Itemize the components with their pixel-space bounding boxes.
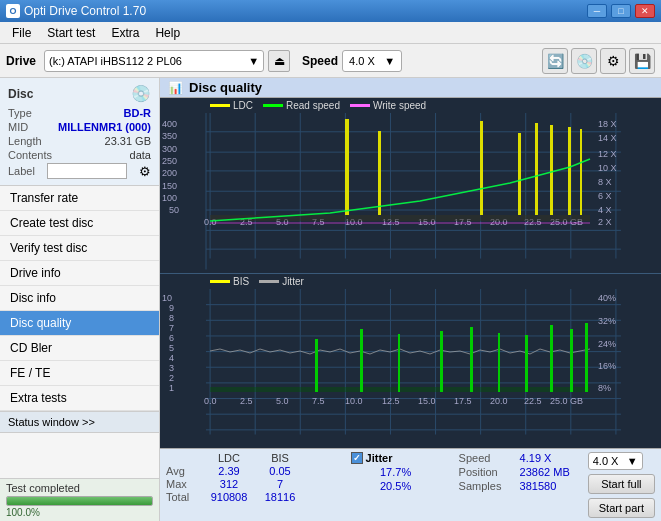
svg-text:8%: 8% [598, 383, 611, 393]
jitter-section: ✓ Jitter 17.7% 20.5% [351, 452, 441, 492]
sidebar-item-disc-info[interactable]: Disc info [0, 286, 159, 311]
sidebar-item-extra-tests[interactable]: Extra tests [0, 386, 159, 411]
drive-select-value: (k:) ATAPI iHBS112 2 PL06 [49, 55, 182, 67]
speed-select[interactable]: 4.0 X ▼ [342, 50, 402, 72]
start-full-button[interactable]: Start full [588, 474, 655, 494]
menu-start-test[interactable]: Start test [39, 24, 103, 42]
main-layout: Disc 💿 Type BD-R MID MILLENMR1 (000) Len… [0, 78, 661, 521]
svg-text:32%: 32% [598, 316, 616, 326]
position-key: Position [459, 466, 514, 478]
speed-val: 4.19 X [520, 452, 552, 464]
jitter-header: ✓ Jitter [351, 452, 441, 464]
disc-icon[interactable]: 💿 [571, 48, 597, 74]
svg-rect-49 [480, 121, 483, 215]
length-label: Length [8, 135, 42, 147]
mid-value: MILLENMR1 (000) [58, 121, 151, 133]
max-ldc: 312 [204, 478, 254, 490]
svg-text:4: 4 [169, 353, 174, 363]
svg-text:17.5: 17.5 [454, 396, 472, 406]
sidebar-item-create-test-disc[interactable]: Create test disc [0, 211, 159, 236]
svg-text:20.0: 20.0 [490, 396, 508, 406]
label-input[interactable] [47, 163, 127, 179]
svg-text:5.0: 5.0 [276, 396, 289, 406]
svg-text:12.5: 12.5 [382, 396, 400, 406]
max-bis: 7 [260, 478, 300, 490]
chevron-down-icon2: ▼ [384, 55, 395, 67]
svg-rect-104 [360, 329, 363, 392]
chart-icon: 📊 [168, 81, 183, 95]
contents-label: Contents [8, 149, 52, 161]
sidebar-item-cd-bler[interactable]: CD Bler [0, 336, 159, 361]
svg-text:7: 7 [169, 323, 174, 333]
speed-header-row: Speed 4.19 X [459, 452, 570, 464]
svg-text:300: 300 [162, 144, 177, 154]
upper-chart-svg: 400 350 300 250 200 150 100 50 0.0 2.5 5… [160, 113, 661, 270]
start-part-button[interactable]: Start part [588, 498, 655, 518]
jitter-checkbox[interactable]: ✓ [351, 452, 363, 464]
menu-help[interactable]: Help [147, 24, 188, 42]
total-label: Total [166, 491, 198, 503]
sidebar-item-disc-quality[interactable]: Disc quality [0, 311, 159, 336]
svg-text:10.0: 10.0 [345, 396, 363, 406]
samples-key: Samples [459, 480, 514, 492]
svg-text:9: 9 [169, 303, 174, 313]
toolbar: Drive (k:) ATAPI iHBS112 2 PL06 ▼ ⏏ Spee… [0, 44, 661, 78]
speed-select-row: 4.0 X ▼ [588, 452, 655, 470]
svg-text:40%: 40% [598, 293, 616, 303]
progress-percent: 100.0% [6, 507, 40, 518]
svg-rect-53 [568, 127, 571, 215]
upper-chart: LDC Read speed Write speed [160, 98, 661, 274]
sidebar-item-drive-info[interactable]: Drive info [0, 261, 159, 286]
svg-rect-108 [498, 333, 500, 392]
minimize-button[interactable]: ─ [587, 4, 607, 18]
status-window-button[interactable]: Status window >> [0, 411, 159, 433]
label-settings-icon[interactable]: ⚙ [139, 164, 151, 179]
svg-text:4 X: 4 X [598, 205, 612, 215]
right-panel: 📊 Disc quality LDC Read speed [160, 78, 661, 521]
stats-area: LDC BIS Avg 2.39 0.05 Max 312 7 Total 91… [160, 448, 661, 521]
jitter-label: Jitter [366, 452, 393, 464]
sidebar-item-transfer-rate[interactable]: Transfer rate [0, 186, 159, 211]
settings-icon[interactable]: ⚙ [600, 48, 626, 74]
type-value: BD-R [124, 107, 152, 119]
write-speed-legend: Write speed [350, 100, 426, 111]
charts-area: LDC Read speed Write speed [160, 98, 661, 448]
svg-text:250: 250 [162, 156, 177, 166]
stats-avg-row: Avg 2.39 0.05 [166, 465, 341, 477]
svg-text:50: 50 [169, 205, 179, 215]
eject-button[interactable]: ⏏ [268, 50, 290, 72]
app-icon: O [6, 4, 20, 18]
svg-rect-52 [550, 125, 553, 215]
sidebar-item-fe-te[interactable]: FE / TE [0, 361, 159, 386]
toolbar-icons: 🔄 💿 ⚙ 💾 [542, 48, 655, 74]
write-speed-legend-text: Write speed [373, 100, 426, 111]
save-icon[interactable]: 💾 [629, 48, 655, 74]
nav-label: Disc quality [10, 316, 71, 330]
bis-legend: BIS [210, 276, 249, 287]
svg-text:8: 8 [169, 313, 174, 323]
refresh-icon[interactable]: 🔄 [542, 48, 568, 74]
status-window-label: Status window >> [8, 416, 95, 428]
svg-rect-107 [470, 327, 473, 392]
ldc-legend-color [210, 104, 230, 107]
read-speed-legend-text: Read speed [286, 100, 340, 111]
svg-text:10 X: 10 X [598, 163, 617, 173]
speed-key: Speed [459, 452, 514, 464]
svg-rect-54 [580, 129, 582, 215]
buttons-area: 4.0 X ▼ Start full Start part [588, 452, 655, 518]
close-button[interactable]: ✕ [635, 4, 655, 18]
jitter-legend-text: Jitter [282, 276, 304, 287]
nav-label: Verify test disc [10, 241, 87, 255]
total-bis: 18116 [260, 491, 300, 503]
maximize-button[interactable]: □ [611, 4, 631, 18]
position-row: Position 23862 MB [459, 466, 570, 478]
mid-label: MID [8, 121, 28, 133]
sidebar-item-verify-test-disc[interactable]: Verify test disc [0, 236, 159, 261]
speed-select-small[interactable]: 4.0 X ▼ [588, 452, 643, 470]
progress-bar-container [6, 496, 153, 506]
svg-text:6 X: 6 X [598, 191, 612, 201]
chart-header: 📊 Disc quality [160, 78, 661, 98]
menu-extra[interactable]: Extra [103, 24, 147, 42]
drive-select[interactable]: (k:) ATAPI iHBS112 2 PL06 ▼ [44, 50, 264, 72]
menu-file[interactable]: File [4, 24, 39, 42]
